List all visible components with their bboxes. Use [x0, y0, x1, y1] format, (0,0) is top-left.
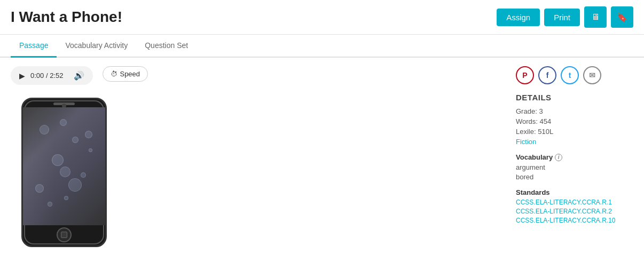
phone-home-button	[57, 227, 72, 242]
phone-home-inner	[61, 232, 67, 238]
pinterest-icon[interactable]: P	[516, 66, 534, 84]
droplet	[40, 125, 49, 134]
vocabulary-label: Vocabulary	[516, 153, 553, 161]
vocab-info-icon[interactable]: i	[555, 154, 562, 161]
droplet	[68, 178, 82, 192]
grade-value: 3	[539, 107, 543, 115]
phone-screen	[23, 107, 105, 225]
droplet	[64, 196, 68, 200]
header-actions: Assign Print 🖥 🔖	[497, 6, 633, 28]
speed-button[interactable]: ⏱ Speed	[103, 66, 148, 82]
vocab-item-1: bored	[516, 173, 633, 181]
phone-droplets	[23, 107, 105, 225]
standard-item-1[interactable]: CCSS.ELA-LITERACY.CCRA.R.2	[516, 208, 633, 215]
genre-row: Fiction	[516, 138, 633, 146]
right-panel: P f t ✉ DETAILS Grade: 3 Words: 454	[516, 66, 633, 247]
twitter-icon[interactable]: t	[561, 66, 579, 84]
monitor-button[interactable]: 🖥	[584, 6, 607, 28]
vocabulary-section-label: Vocabulary i	[516, 153, 633, 161]
standards-label: Standards	[516, 188, 550, 196]
droplet	[35, 184, 44, 193]
bookmark-icon: 🔖	[617, 12, 627, 22]
grade-label: Grade:	[516, 107, 537, 115]
vocab-item-0: argument	[516, 163, 633, 171]
details-title: DETAILS	[516, 93, 633, 102]
droplet	[89, 148, 92, 152]
droplet	[72, 137, 78, 143]
droplet	[60, 167, 70, 177]
tab-vocabulary-activity[interactable]: Vocabulary Activity	[57, 35, 136, 58]
speed-clock-icon: ⏱	[111, 70, 117, 78]
droplet	[81, 172, 86, 178]
words-value: 454	[540, 117, 552, 125]
play-button[interactable]: ▶	[19, 72, 25, 80]
page-title: I Want a Phone!	[11, 9, 122, 26]
phone-image	[21, 98, 107, 247]
volume-icon[interactable]: 🔊	[74, 70, 84, 81]
bookmark-button[interactable]: 🔖	[611, 6, 633, 28]
words-row: Words: 454	[516, 117, 633, 125]
droplet	[48, 202, 52, 207]
social-icons: P f t ✉	[516, 66, 633, 84]
words-label: Words:	[516, 117, 538, 125]
lexile-value: 510L	[538, 128, 553, 136]
tab-passage[interactable]: Passage	[11, 35, 57, 58]
play-icon: ▶	[19, 72, 25, 80]
assign-button[interactable]: Assign	[497, 9, 540, 26]
main-content: ▶ 0:00 / 2:52 🔊 ⏱ Speed	[0, 58, 644, 256]
facebook-icon[interactable]: f	[538, 66, 556, 84]
genre-link[interactable]: Fiction	[516, 138, 536, 146]
header: I Want a Phone! Assign Print 🖥 🔖	[0, 0, 644, 35]
lexile-row: Lexile: 510L	[516, 128, 633, 136]
droplet	[60, 119, 67, 126]
grade-row: Grade: 3	[516, 107, 633, 115]
left-panel: ▶ 0:00 / 2:52 🔊 ⏱ Speed	[11, 66, 505, 247]
droplet	[52, 154, 64, 166]
speed-label: Speed	[120, 70, 140, 78]
standard-item-2[interactable]: CCSS.ELA-LITERACY.CCRA.R.10	[516, 217, 633, 224]
standards-section-label: Standards	[516, 188, 633, 196]
audio-player: ▶ 0:00 / 2:52 🔊	[11, 66, 93, 85]
standard-item-0[interactable]: CCSS.ELA-LITERACY.CCRA.R.1	[516, 199, 633, 206]
tabs-nav: Passage Vocabulary Activity Question Set	[0, 35, 644, 58]
tab-question-set[interactable]: Question Set	[136, 35, 197, 58]
monitor-icon: 🖥	[591, 12, 600, 22]
details-section: DETAILS Grade: 3 Words: 454 Lexile: 510L…	[516, 93, 633, 224]
droplet	[85, 131, 92, 138]
email-icon[interactable]: ✉	[583, 66, 601, 84]
current-time: 0:00 / 2:52	[30, 72, 63, 80]
print-button[interactable]: Print	[544, 9, 580, 26]
lexile-label: Lexile:	[516, 128, 536, 136]
